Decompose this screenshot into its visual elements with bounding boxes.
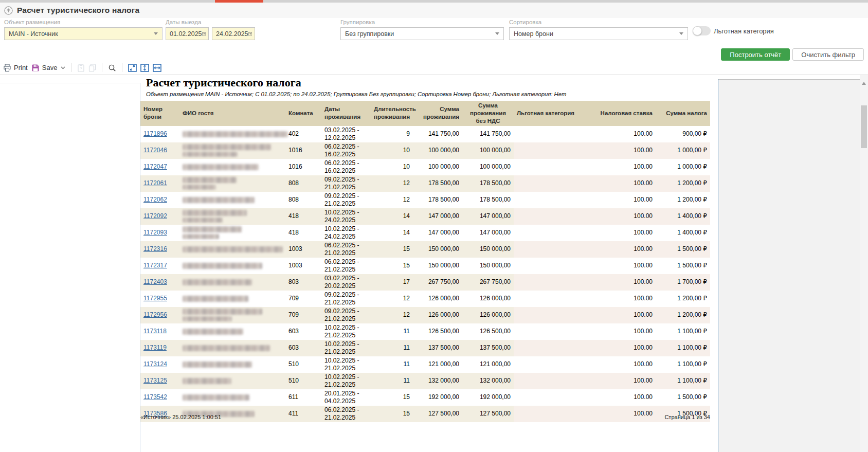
booking-link[interactable]: 1172062 [143,196,167,203]
table-row: 117312551010.02.2025 -21.02.202511132 00… [140,373,710,389]
vertical-scrollbar[interactable] [860,75,868,452]
column-header-duration: Длительность проживания [371,101,413,126]
scrollbar-thumb[interactable] [861,105,867,148]
category-cell [514,258,592,274]
print-button[interactable]: Print [3,64,28,72]
grouping-select[interactable]: Без группировки [340,27,504,40]
sum-cell: 178 500,00 [413,175,462,192]
booking-link[interactable]: 1173119 [143,344,167,351]
room-cell: 402 [285,126,321,142]
copy-button-disabled [88,64,96,72]
booking-link[interactable]: 1173125 [143,377,167,384]
rate-cell: 100.00 [592,307,656,323]
guest-name-redacted [183,378,231,384]
tax-report-table: Номер брони ФИО гостя Комната Даты прожи… [140,101,710,422]
dates-cell: 09.02.2025 -21.02.2025 [321,291,371,307]
category-cell [514,208,592,225]
category-cell [514,340,592,356]
zoom-page-button[interactable] [128,64,137,72]
booking-link[interactable]: 1172956 [143,311,167,318]
room-cell: 1003 [285,258,321,274]
booking-link[interactable]: 1172092 [143,212,167,220]
rate-cell: 100.00 [592,373,656,389]
table-row: 1172316100306.02.2025 -21.02.202515150 0… [140,241,710,258]
dates-cell: 10.02.2025 -21.02.2025 [321,373,371,389]
calendar-icon [248,30,252,37]
duration-cell: 12 [371,291,413,307]
duration-cell: 14 [371,208,413,225]
column-header-sum: Сумма проживания [413,101,462,126]
booking-link[interactable]: 1173542 [143,393,167,401]
booking-cell: 1172047 [140,159,179,175]
guest-cell [179,389,285,406]
tax-cell: 1 200,00 ₽ [656,175,710,192]
scroll-up-icon[interactable] [862,82,866,85]
fit-page-width-button[interactable] [153,64,161,72]
rate-cell: 100.00 [592,225,656,241]
booking-link[interactable]: 1172955 [143,295,167,302]
dates-cell: 06.02.2025 -21.02.2025 [321,241,371,258]
booking-link[interactable]: 1172403 [143,278,167,285]
dates-cell: 03.02.2025 -20.02.2025 [321,274,371,291]
room-cell: 611 [285,389,321,406]
booking-link[interactable]: 1172317 [143,262,167,269]
tax-cell: 1 400,00 ₽ [656,225,710,241]
booking-cell: 1172046 [140,142,179,159]
tax-cell: 1 200,00 ₽ [656,291,710,307]
rate-cell: 100.00 [592,208,656,225]
toolbar-separator [71,63,71,72]
duration-cell: 10 [371,159,413,175]
sum-novat-cell: 150 000,00 [462,258,514,274]
accommodation-label: Объект размещения [4,19,162,26]
accommodation-select[interactable]: MAIN - Источник [4,27,162,40]
booking-link[interactable]: 1172316 [143,245,167,252]
room-cell: 808 [285,175,321,192]
guest-name-redacted [183,131,288,137]
tax-cell: 1 400,00 ₽ [656,208,710,225]
rate-cell: 100.00 [592,175,656,192]
guest-cell [179,126,285,142]
category-cell [514,142,592,159]
dates-cell: 10.02.2025 -21.02.2025 [321,323,371,340]
sorting-select[interactable]: Номер брони [509,27,688,40]
build-report-button[interactable]: Построить отчёт [721,48,790,61]
search-button[interactable] [108,64,116,72]
tax-cell: 1 100,00 ₽ [656,323,710,340]
duration-cell: 12 [371,192,413,208]
departure-dates-field: Даты выезда 01.02.2025 24.02.2025 [166,19,255,40]
sum-cell: 100 000,00 [413,142,462,159]
save-button[interactable]: Save [31,64,66,72]
date-to-input[interactable]: 24.02.2025 [212,27,255,40]
sum-cell: 267 750,00 [413,274,462,291]
booking-cell: 1172092 [140,208,179,225]
booking-link[interactable]: 1173124 [143,360,167,368]
room-cell: 603 [285,323,321,340]
room-cell: 1016 [285,159,321,175]
dates-cell: 20.01.2025 -04.02.2025 [321,389,371,406]
guest-cell [179,175,285,192]
column-header-category: Льготная категория [514,101,592,126]
collapse-panel-icon[interactable] [4,6,13,15]
booking-link[interactable]: 1171896 [143,130,167,137]
fit-page-height-button[interactable] [140,64,149,72]
tax-cell: 1 100,00 ₽ [656,356,710,373]
sum-cell: 132 000,00 [413,373,462,389]
booking-link[interactable]: 1172093 [143,229,167,236]
booking-link[interactable]: 1172061 [143,179,167,187]
booking-link[interactable]: 1172047 [143,163,167,170]
sum-cell: 178 500,00 [413,192,462,208]
guest-cell [179,258,285,274]
table-row: 117354261120.01.2025 -04.02.202515192 00… [140,389,710,406]
clear-filter-button[interactable]: Очистить фильтр [792,48,864,61]
date-from-input[interactable]: 01.02.2025 [166,27,209,40]
page-title: Расчет туристического налога [17,6,139,15]
tax-cell: 1 100,00 ₽ [656,373,710,389]
duration-cell: 15 [371,241,413,258]
benefit-category-toggle[interactable] [693,26,711,35]
sum-cell: 126 000,00 [413,291,462,307]
sum-cell: 192 000,00 [413,389,462,406]
tax-cell: 900,00 ₽ [656,126,710,142]
table-row: 117206180809.02.2025 -21.02.202512178 50… [140,175,710,192]
booking-link[interactable]: 1172046 [143,147,167,154]
booking-link[interactable]: 1173118 [143,328,167,335]
